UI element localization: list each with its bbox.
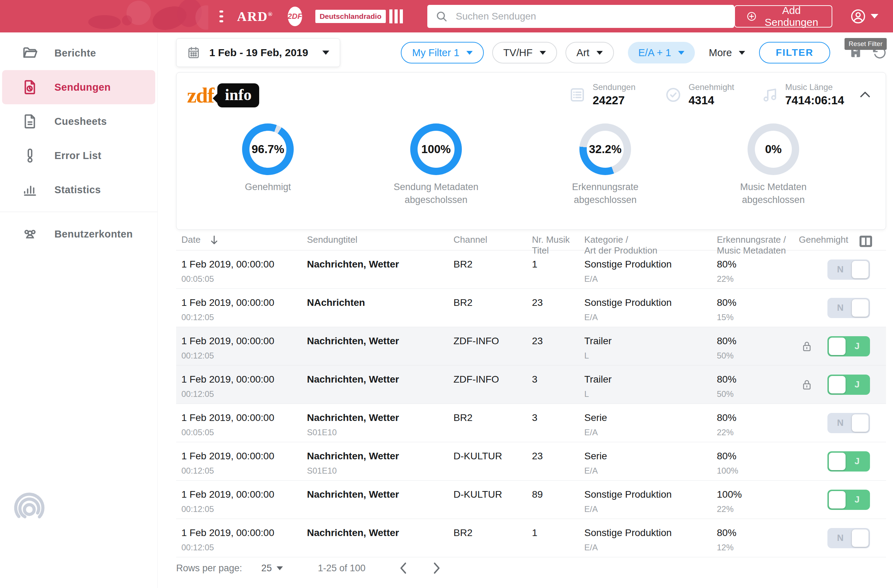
sidebar-item-label: Statistics — [54, 184, 101, 195]
chevron-right-icon — [432, 562, 441, 574]
search-bar[interactable] — [427, 5, 734, 28]
toggle-knob — [829, 338, 846, 355]
genehmight-toggle[interactable]: N — [827, 528, 870, 548]
menu-icon[interactable] — [219, 11, 223, 22]
zdf-wordmark: zdf — [187, 83, 214, 108]
rows-per-page-select[interactable]: 25 — [261, 563, 283, 574]
sidebar-item-benutzerkonten[interactable]: Benutzerkonten — [0, 217, 157, 251]
toggle-label: J — [846, 494, 869, 505]
sidebar-item-berichte[interactable]: Berichte — [0, 36, 157, 70]
art-chip[interactable]: Art — [565, 42, 614, 63]
row-date: 1 Feb 2019, 00:00:00 — [181, 412, 307, 423]
sidebar-item-error-list[interactable]: Error List — [0, 138, 157, 173]
row-sendungtitel: Nachrichten, Wetter — [307, 259, 454, 270]
table-row[interactable]: 1 Feb 2019, 00:00:00 00:12:05 Nachrichte… — [176, 365, 886, 404]
column-header-date: Date — [181, 235, 201, 245]
sidebar-item-statistics[interactable]: Statistics — [0, 173, 157, 207]
row-duration: 00:12:05 — [181, 543, 307, 552]
row-kategorie: Trailer — [584, 335, 717, 347]
column-header-channel: Channel — [454, 235, 487, 245]
file-chart-icon — [22, 79, 38, 95]
column-settings-icon[interactable] — [859, 235, 873, 250]
chip-label: More — [709, 47, 732, 59]
lock-icon — [801, 340, 812, 352]
row-channel: D-KULTUR — [454, 451, 532, 462]
sidebar: Berichte Sendungen Cuesheets Err — [0, 32, 158, 588]
ea-chip[interactable]: E/A + 1 — [628, 42, 695, 63]
collapse-card-button[interactable] — [860, 91, 870, 100]
pagination-range: 1-25 of 100 — [318, 563, 365, 574]
top-header: ARD® 2DF Deutschlandradio Add Sendungen — [0, 0, 893, 32]
row-nr-musik-titel: 1 — [532, 527, 584, 538]
table-row[interactable]: 1 Feb 2019, 00:00:00 00:12:05 Nachrichte… — [176, 481, 886, 519]
deutschlandradio-logo: Deutschlandradio — [315, 9, 403, 23]
row-date: 1 Feb 2019, 00:00:00 — [181, 374, 307, 385]
donut-ring: 32.2% — [579, 123, 631, 175]
sort-descending-icon[interactable] — [210, 235, 219, 248]
row-duration: 00:05:05 — [181, 427, 307, 437]
row-date: 1 Feb 2019, 00:00:00 — [181, 489, 307, 500]
chevron-down-icon — [739, 51, 745, 55]
account-caret-icon[interactable] — [870, 14, 878, 18]
row-sendungtitel: Nachrichten, Wetter — [307, 527, 454, 538]
row-music-metadaten: 100% — [717, 466, 799, 476]
row-erkennungsrate: 100% — [717, 489, 799, 500]
sidebar-item-sendungen[interactable]: Sendungen — [2, 70, 155, 104]
chevron-down-icon — [277, 566, 283, 570]
genehmight-toggle[interactable]: N — [827, 259, 870, 280]
filter-button[interactable]: FILTER — [759, 42, 830, 63]
chevron-up-icon — [860, 91, 870, 98]
row-duration: 00:12:05 — [181, 504, 307, 514]
row-duration: 00:12:05 — [181, 313, 307, 322]
account-menu[interactable] — [851, 9, 866, 24]
row-erkennungsrate: 80% — [717, 527, 799, 538]
donut-erkennungsrate: 32.2% Erkennungsrateabgeschlossen — [532, 123, 678, 206]
genehmight-toggle[interactable]: N — [827, 413, 870, 433]
folder-open-icon — [22, 45, 38, 61]
row-sendungtitel: Nachrichten, Wetter — [307, 412, 454, 423]
sidebar-item-cuesheets[interactable]: Cuesheets — [0, 104, 157, 138]
genehmight-toggle[interactable]: J — [827, 490, 870, 510]
row-nr-musik-titel: 1 — [532, 259, 584, 270]
rows-per-page-value: 25 — [261, 563, 272, 574]
column-header-sendungtitel: Sendungtitel — [307, 235, 358, 245]
table-row[interactable]: 1 Feb 2019, 00:00:00 00:12:05 NAchrichte… — [176, 289, 886, 327]
row-channel: ZDF-INFO — [454, 335, 532, 347]
donut-label: Erkennungsrateabgeschlossen — [532, 180, 678, 206]
genehmight-toggle[interactable]: J — [827, 451, 870, 472]
genehmight-toggle[interactable]: J — [827, 374, 870, 395]
donut-value: 100% — [410, 123, 462, 175]
previous-page-button[interactable] — [399, 562, 408, 574]
search-icon — [436, 11, 448, 22]
tv-hf-chip[interactable]: TV/HF — [492, 42, 557, 63]
plus-circle-icon — [747, 10, 756, 23]
search-input[interactable] — [455, 11, 734, 22]
row-music-metadaten: 12% — [717, 543, 799, 552]
filter-toolbar: 1 Feb - 19 Feb, 2019 My Filter 1 TV/HF A… — [176, 38, 887, 67]
list-icon — [569, 86, 586, 103]
next-page-button[interactable] — [432, 562, 441, 574]
table-row[interactable]: 1 Feb 2019, 00:00:00 00:12:05 Nachrichte… — [176, 442, 886, 481]
row-duration: 00:12:05 — [181, 351, 307, 361]
genehmight-toggle[interactable]: J — [827, 336, 870, 356]
add-sendungen-button[interactable]: Add Sendungen — [734, 5, 832, 27]
user-avatar-icon — [851, 9, 866, 24]
table-row[interactable]: 1 Feb 2019, 00:00:00 00:12:05 Nachrichte… — [176, 327, 886, 365]
more-chip[interactable]: More — [703, 42, 751, 63]
bar-chart-icon — [22, 182, 38, 198]
row-music-metadaten: 22% — [717, 274, 799, 284]
table-row[interactable]: 1 Feb 2019, 00:00:00 00:05:05 Nachrichte… — [176, 404, 886, 442]
table-body: 1 Feb 2019, 00:00:00 00:05:05 Nachrichte… — [176, 250, 886, 557]
row-date: 1 Feb 2019, 00:00:00 — [181, 451, 307, 462]
row-channel: ZDF-INFO — [454, 374, 532, 385]
row-sendungtitel: Nachrichten, Wetter — [307, 335, 454, 347]
row-art-der-produktion: E/A — [584, 427, 717, 437]
row-episode: S01E10 — [307, 427, 454, 437]
table-row[interactable]: 1 Feb 2019, 00:00:00 00:12:05 Nachrichte… — [176, 519, 886, 557]
row-duration: 00:12:05 — [181, 389, 307, 399]
genehmight-toggle[interactable]: N — [827, 298, 870, 318]
my-filter-chip[interactable]: My Filter 1 — [401, 42, 484, 63]
table-row[interactable]: 1 Feb 2019, 00:00:00 00:05:05 Nachrichte… — [176, 250, 886, 289]
donut-sendung-metadaten: 100% Sendung Metadatenabgescholssen — [363, 123, 509, 206]
date-range-picker[interactable]: 1 Feb - 19 Feb, 2019 — [176, 38, 340, 67]
